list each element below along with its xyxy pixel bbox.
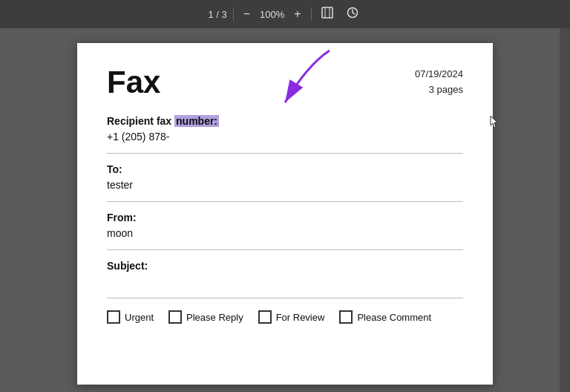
history-button[interactable] [343, 5, 362, 23]
fit-page-icon [321, 7, 333, 19]
fax-title: Fax [107, 67, 160, 98]
recipient-field: Recipient fax number: [107, 114, 463, 128]
doc-meta: 07/19/2024 3 pages [415, 67, 463, 98]
recipient-label-highlighted: number: [174, 115, 219, 127]
history-icon [347, 7, 358, 19]
subject-field: Subject: [107, 259, 463, 272]
recipient-divider [107, 153, 463, 154]
recipient-value: +1 (205) 878- [107, 131, 463, 147]
subject-label: Subject: [107, 260, 148, 272]
doc-pages: 3 pages [415, 82, 463, 98]
for-review-checkbox[interactable] [258, 310, 272, 324]
page-info: 1 / 3 [208, 9, 226, 20]
subject-value [107, 275, 463, 292]
toolbar-divider-1 [233, 7, 234, 21]
to-divider [107, 201, 463, 202]
zoom-level: 100% [260, 9, 284, 20]
toolbar: 1 / 3 − 100% + [0, 0, 570, 28]
from-value: moon [107, 227, 463, 244]
please-reply-checkbox[interactable] [168, 310, 182, 324]
fit-page-button[interactable] [318, 5, 337, 23]
from-label: From: [107, 212, 137, 223]
recipient-label: Recipient fax [107, 115, 174, 127]
checkbox-row: Urgent Please Reply For Review Please Co… [107, 310, 463, 324]
urgent-checkbox[interactable] [107, 310, 120, 324]
toolbar-divider-2 [311, 7, 312, 21]
doc-header: Fax 07/19/2024 3 pages [107, 67, 463, 98]
fax-document: Fax 07/19/2024 3 pages Recipient fax num… [77, 43, 493, 385]
from-divider [107, 249, 463, 250]
urgent-label: Urgent [125, 312, 154, 323]
checkbox-please-reply[interactable]: Please Reply [168, 310, 243, 324]
to-value: tester [107, 179, 463, 195]
please-comment-checkbox[interactable] [339, 310, 353, 324]
checkbox-please-comment[interactable]: Please Comment [339, 310, 431, 324]
doc-date: 07/19/2024 [415, 67, 463, 82]
for-review-label: For Review [276, 312, 325, 323]
to-label: To: [107, 163, 122, 175]
svg-rect-0 [322, 7, 332, 18]
checkbox-for-review[interactable]: For Review [258, 310, 325, 324]
scrollbar[interactable] [560, 28, 570, 392]
document-container: Fax 07/19/2024 3 pages Recipient fax num… [0, 28, 570, 392]
page-navigation: 1 / 3 [208, 9, 226, 20]
please-comment-label: Please Comment [357, 312, 431, 323]
zoom-out-button[interactable]: − [240, 6, 254, 22]
subject-divider [107, 298, 463, 298]
to-field: To: [107, 163, 463, 176]
please-reply-label: Please Reply [186, 312, 243, 323]
checkbox-urgent[interactable]: Urgent [107, 310, 154, 324]
from-field: From: [107, 211, 463, 224]
zoom-in-button[interactable]: + [290, 6, 304, 22]
